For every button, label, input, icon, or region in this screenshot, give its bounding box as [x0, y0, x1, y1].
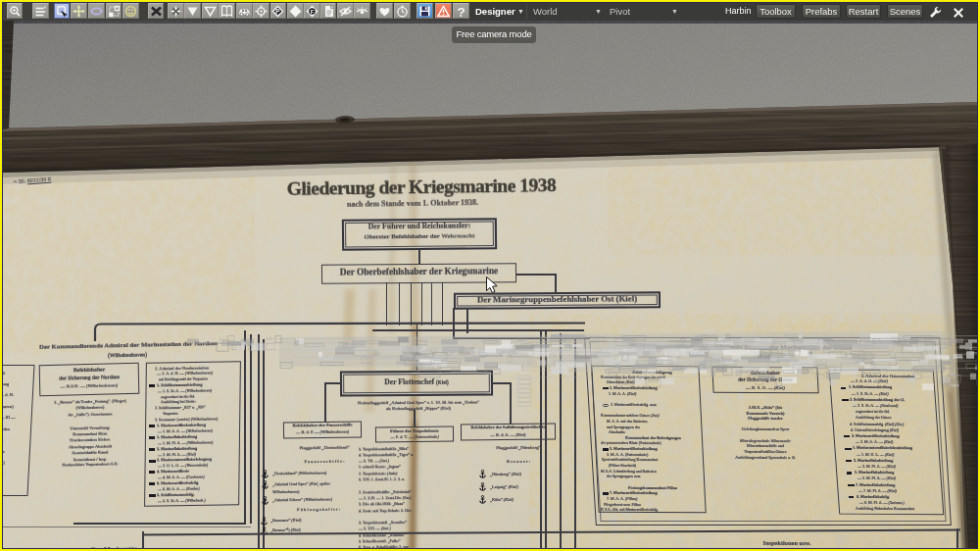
- svg-text:P: P: [276, 7, 281, 14]
- svg-text:F: F: [311, 8, 315, 14]
- svg-text:?: ?: [457, 5, 465, 18]
